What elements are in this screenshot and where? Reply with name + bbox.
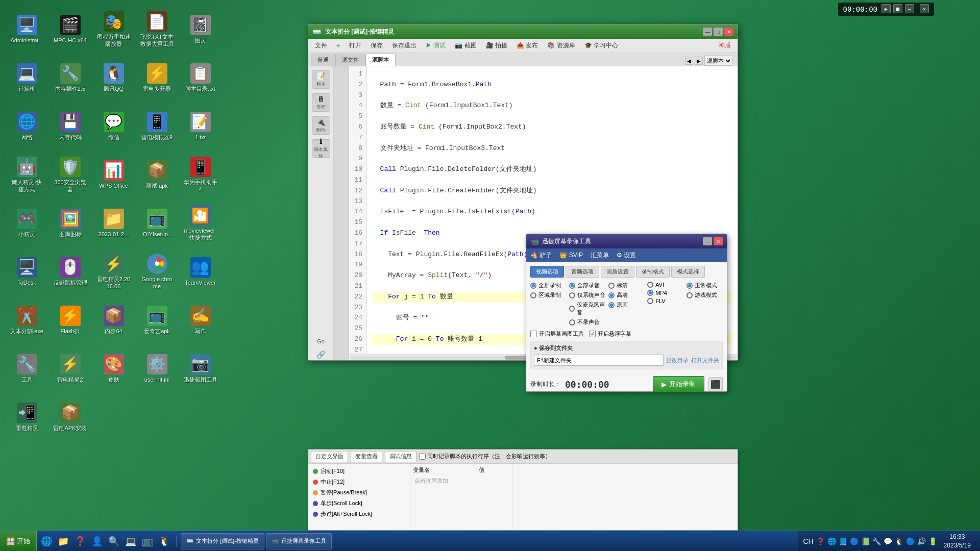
record-game-mode-option[interactable]: 游戏模式 xyxy=(687,291,723,299)
debug-var-add-hint[interactable]: 点击这里添加 xyxy=(413,475,509,486)
menu-open[interactable]: 打开 xyxy=(345,40,365,52)
tab-select[interactable]: 源脚本 xyxy=(704,56,732,66)
debug-record-checkbox[interactable] xyxy=(419,453,426,460)
icon-ldapk[interactable]: 📦 雷电APK安装 xyxy=(51,395,89,439)
taskbar-ie-icon[interactable]: 🌐 xyxy=(39,536,54,547)
record-tab-video[interactable]: 视频选项 xyxy=(530,266,564,278)
tab-script[interactable]: 源脚本 xyxy=(365,54,396,66)
tab-prev[interactable]: ◀ xyxy=(685,57,693,65)
timer-stop-btn[interactable]: ⏹ xyxy=(893,4,902,13)
icon-admin[interactable]: 🖥️ Administrat... xyxy=(8,8,46,51)
taskbar-folder-icon[interactable]: 📁 xyxy=(56,536,71,547)
main-win-maximize[interactable]: □ xyxy=(714,28,723,36)
icon-duodian[interactable]: ⚡ 雷电多开器 xyxy=(138,56,176,99)
record-win-close[interactable]: ✕ xyxy=(714,237,723,245)
sidebar-icon-ui[interactable]: 🖥 界面 xyxy=(312,93,330,112)
tray-help-icon[interactable]: ❓ xyxy=(816,537,825,545)
record-original-option[interactable]: 原画 xyxy=(608,301,645,309)
tray-power-icon[interactable]: 🔋 xyxy=(928,537,937,545)
tab-normal[interactable]: 普通 xyxy=(311,54,335,66)
icon-tools[interactable]: 🔧 工具 xyxy=(8,347,46,390)
record-standard-option[interactable]: 标清 xyxy=(608,282,645,289)
icon-flashpai[interactable]: ⚡ Flash扒 xyxy=(51,298,89,342)
tray-app3-icon[interactable]: 📗 xyxy=(861,537,870,545)
icon-xiaoji[interactable]: 🎮 小精灵 xyxy=(8,202,46,245)
record-tab-quality[interactable]: 画质设置 xyxy=(601,266,634,278)
icon-neirong64[interactable]: 📦 内容64 xyxy=(94,298,133,342)
menu-file[interactable]: 文件 xyxy=(311,40,331,52)
timer-close-btn[interactable]: ✕ xyxy=(920,4,929,13)
menu-resources[interactable]: 📚 资源库 xyxy=(543,40,579,52)
timer-minimize-btn[interactable]: — xyxy=(905,4,914,13)
record-sys-audio-option[interactable]: 仅系统声音 xyxy=(569,291,605,299)
record-subtitle-check[interactable]: ✓ xyxy=(589,331,596,337)
icon-xiezuo[interactable]: ✍️ 写作 xyxy=(181,298,219,342)
icon-onetxt[interactable]: 📝 1.txt xyxy=(181,105,219,148)
icon-teamviewer[interactable]: 👥 TeamViewer xyxy=(181,250,219,293)
menu-screenshot[interactable]: 📷 截图 xyxy=(451,40,480,52)
sidebar-icon-props[interactable]: ℹ 脚本属性 xyxy=(312,139,330,158)
icon-weixin[interactable]: 💬 微信 xyxy=(94,105,133,148)
icon-testapk[interactable]: 📦 测试.apk xyxy=(138,153,176,196)
menu-save[interactable]: 保存 xyxy=(366,40,387,52)
tray-app1-icon[interactable]: 📘 xyxy=(839,537,847,545)
debug-stop-btn[interactable]: 中止[F12] xyxy=(311,477,407,487)
tray-sound-icon[interactable]: 🔊 xyxy=(917,537,926,545)
record-menu-settings[interactable]: ⚙ 设置 xyxy=(617,251,636,260)
record-all-audio-option[interactable]: 全部录音 xyxy=(569,282,605,289)
taskbar-user-icon[interactable]: 👤 xyxy=(89,536,105,547)
tab-next[interactable]: ▶ xyxy=(695,57,703,65)
tray-cn-icon[interactable]: CH xyxy=(803,537,813,545)
main-win-minimize[interactable]: — xyxy=(703,28,712,36)
icon-computer[interactable]: 💻 计算机 xyxy=(8,56,46,99)
menu-shentu[interactable]: 神盾 xyxy=(715,40,735,52)
record-subtitle-checkbox[interactable]: ✓ 开启悬浮字幕 xyxy=(589,330,631,338)
taskbar-record-item[interactable]: 📹 迅捷屏幕录像工具 xyxy=(266,533,332,549)
menu-new[interactable]: + xyxy=(332,41,344,51)
debug-pause-btn[interactable]: 暂停[Pause/Break] xyxy=(311,488,407,497)
main-win-close[interactable]: ✕ xyxy=(724,28,733,36)
icon-iqiyisetup[interactable]: 📺 IQIYIsetup... xyxy=(138,202,176,245)
record-change-dir-link[interactable]: 更改目录 xyxy=(666,357,689,364)
icon-ldemu[interactable]: 📱 雷电模拟器9 xyxy=(138,105,176,148)
tab-source[interactable]: 源文件 xyxy=(335,54,365,66)
icon-network[interactable]: 🌐 网络 xyxy=(8,105,46,148)
timer-play-btn[interactable]: ▶ xyxy=(881,4,891,13)
debug-info-btn[interactable]: 调试信息 xyxy=(385,451,416,462)
start-button[interactable]: 🪟 开始 xyxy=(0,531,37,552)
icon-tupian[interactable]: 🖼️ 图库图标 xyxy=(51,202,89,245)
record-flv-option[interactable]: FLV xyxy=(647,298,683,304)
tray-app2-icon[interactable]: 🔵 xyxy=(850,537,859,545)
record-tab-audio[interactable]: 音频选项 xyxy=(566,266,599,278)
tray-app5-icon[interactable]: 💬 xyxy=(884,537,892,545)
debug-custom-ui-btn[interactable]: 自定义界面 xyxy=(311,451,348,462)
icon-mpc[interactable]: 🎬 MPC-HC x64 xyxy=(51,8,89,51)
icon-desktop-tools[interactable]: 📷 迅捷截图工具 xyxy=(181,347,219,390)
tray-app4-icon[interactable]: 🔧 xyxy=(872,537,881,545)
icon-ldjing[interactable]: 📲 雷电精灵 xyxy=(8,395,46,439)
taskbar-media2-icon[interactable]: 📺 xyxy=(140,536,155,547)
menu-publish[interactable]: 📤 发布 xyxy=(512,40,542,52)
record-draw-tool-check[interactable] xyxy=(530,331,537,337)
sidebar-go-btn[interactable]: Go xyxy=(315,337,326,346)
menu-test[interactable]: ▶ 测试 xyxy=(422,40,450,52)
menu-record[interactable]: 🎥 拍摄 xyxy=(482,40,511,52)
record-win-minimize[interactable]: — xyxy=(703,237,712,245)
icon-date2023[interactable]: 📁 2023-01-2... xyxy=(94,202,133,245)
icon-feiyue[interactable]: 📄 飞悦TXT文本数据去重工具 xyxy=(138,8,176,51)
record-open-dir-link[interactable]: 打开文件夹 xyxy=(691,357,719,364)
record-menu-lvzi[interactable]: 🐴 驴子 xyxy=(530,251,552,260)
record-fullscreen-option[interactable]: 全屏录制 xyxy=(530,282,567,289)
icon-memext[interactable]: 🔧 内存插件2.5 xyxy=(51,56,89,99)
debug-step-btn[interactable]: 单步[Scroll Lock] xyxy=(311,498,407,508)
record-normal-mode-option[interactable]: 正常模式 xyxy=(687,282,723,289)
icon-iqiyiapk[interactable]: 📺 爱奇艺apk xyxy=(138,298,176,342)
record-avi-option[interactable]: AVI xyxy=(647,282,683,288)
icon-wps[interactable]: 📊 WPS Office xyxy=(94,153,133,196)
icon-fanjian[interactable]: 🖱️ 反键鼠标管理 xyxy=(51,250,89,293)
icon-todesk[interactable]: 🖥️ ToDesk xyxy=(8,250,46,293)
system-clock[interactable]: 16:33 2023/5/19 xyxy=(940,533,975,550)
tray-network-icon[interactable]: 🌐 xyxy=(827,537,836,545)
record-mic-audio-option[interactable]: 仅麦克风声音 xyxy=(569,301,605,316)
debug-step-over-btn[interactable]: 步过[Alt+Scroll Lock] xyxy=(311,509,407,519)
